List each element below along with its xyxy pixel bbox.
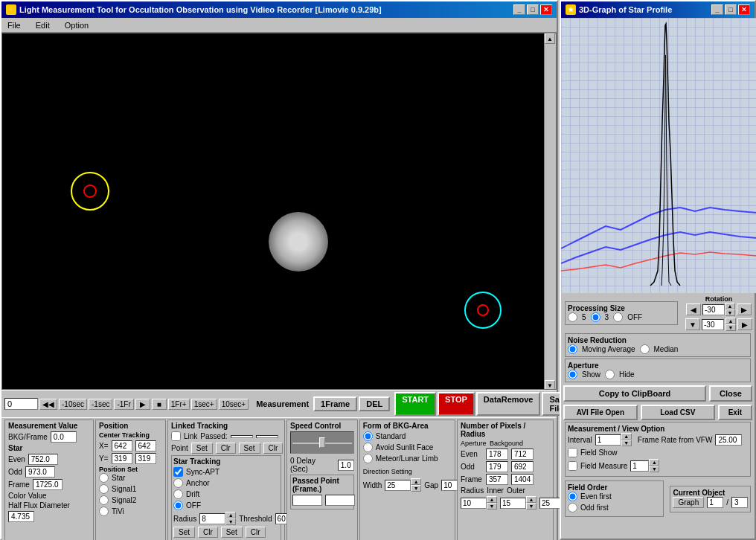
inner-down[interactable]: ▼ [526,503,536,510]
speed-slider-area[interactable] [290,431,354,454]
radio-signal2[interactable] [99,495,109,505]
nav-next-1sec[interactable]: 1sec+ [191,399,217,410]
rotation-input2[interactable]: -30 [702,319,724,330]
scrollbar-vertical[interactable]: ▲ ▼ [544,33,556,390]
interval-down-btn[interactable]: ▼ [621,440,632,446]
passed-frame1[interactable] [292,495,322,506]
width-input[interactable]: 25 [385,480,411,491]
tracking-clr2-btn[interactable]: Clr [246,527,266,538]
menu-file[interactable]: File [4,20,24,30]
bkg-meteor-radio[interactable] [363,454,373,463]
current-obj-input1[interactable]: 1 [707,497,723,508]
rot2-up-btn[interactable]: ▲ [725,318,736,324]
nav-play[interactable]: ▶ [135,399,150,410]
load-csv-btn[interactable]: Load CSV [641,405,715,420]
graph-minimize-btn[interactable]: _ [711,4,723,15]
menu-option[interactable]: Option [62,20,92,30]
rot-left-btn[interactable]: ◀ [686,303,701,315]
copy-clipboard-btn[interactable]: Copy to ClipBoard [563,385,706,402]
width-down-btn[interactable]: ▼ [411,485,421,492]
sync-apt-checkbox[interactable] [173,467,183,477]
point-clr2-btn[interactable]: Clr [263,443,284,454]
minimize-button[interactable]: _ [513,4,525,15]
scroll-up-btn[interactable]: ▲ [545,33,555,44]
point-set2-btn[interactable]: Set [239,443,260,454]
even-first-radio[interactable] [568,492,577,501]
median-radio[interactable] [640,344,650,354]
rotation-down-btn[interactable]: ▼ [725,309,735,316]
field-measure-input[interactable] [630,460,649,472]
close-button[interactable]: ✕ [540,4,552,15]
radio-signal1[interactable] [99,484,109,494]
width-up-btn[interactable]: ▲ [411,478,421,485]
rot2-down-btn[interactable]: ▼ [725,324,736,331]
field-measure-down[interactable]: ▼ [649,466,659,472]
scroll-down-btn[interactable]: ▼ [545,380,555,390]
graph-btn[interactable]: Graph [673,497,704,508]
passed-frame2[interactable] [325,495,355,506]
current-frame-input[interactable]: 0 [4,398,38,410]
nav-prev-10sec[interactable]: -10sec [59,399,87,410]
inner-up[interactable]: ▲ [526,496,536,503]
aperture-show-radio[interactable] [568,370,577,379]
tracking-set-btn[interactable]: Set [173,527,195,538]
point-set1-btn[interactable]: Set [191,443,213,454]
aperture-hide-radio[interactable] [605,370,615,379]
bkg-avoid-label: Avoid Sunlit Face [376,443,434,451]
drift-radio[interactable] [173,489,183,499]
nav-next-10sec[interactable]: 10sec+ [219,399,249,410]
maximize-button[interactable]: □ [527,4,539,15]
field-measure-checkbox[interactable] [568,461,577,471]
nav-prev-1fr[interactable]: -1Fr [114,399,133,410]
field-show-checkbox[interactable] [568,448,577,457]
nav-stop[interactable]: ■ [152,399,167,410]
radio-tivi[interactable] [99,507,109,516]
tracking-clr-btn[interactable]: Clr [198,527,218,538]
off-radio[interactable] [173,501,183,510]
point-clr1-btn[interactable]: Clr [216,443,236,454]
link-checkbox[interactable] [171,431,181,441]
rot-down2-btn[interactable]: ▼ [685,318,700,330]
radius-input[interactable]: 8 [199,513,225,524]
proc-3-radio[interactable] [591,312,600,322]
proc-off-radio[interactable] [613,312,623,322]
radius-px-down[interactable]: ▼ [487,503,497,510]
rotation-up-btn[interactable]: ▲ [725,303,735,309]
radius-down-btn[interactable]: ▼ [225,518,236,525]
del-btn[interactable]: DEL [359,396,390,411]
exit-btn[interactable]: Exit [718,405,752,420]
graph-close-btn[interactable]: ✕ [738,4,750,15]
nav-prev-start[interactable]: ◀◀ [39,399,57,410]
rotation-input[interactable]: -30 [702,304,725,315]
data-remove-btn[interactable]: DataRemove [476,392,541,416]
interval-up-btn[interactable]: ▲ [621,433,632,440]
bkg-standard-radio[interactable] [363,431,373,441]
close-graph-btn[interactable]: Close [709,385,752,402]
avi-file-open-btn[interactable]: AVI File Open [563,405,638,420]
rot-up2-btn[interactable]: ▶ [737,318,752,330]
nav-next-1fr[interactable]: 1Fr+ [168,399,190,410]
bkg-avoid-radio[interactable] [363,443,373,452]
odd-first-radio[interactable] [568,503,577,512]
moving-avg-radio[interactable] [568,344,577,354]
radius-up-btn[interactable]: ▲ [225,512,236,518]
field-measure-up[interactable]: ▲ [649,459,659,466]
measurement-value-group: Measurement Value BKG/Frame 0.0 Star Eve… [4,420,94,540]
linked-tracking-title: Linked Tracking [171,422,281,430]
radio-star[interactable] [99,473,109,483]
interval-input[interactable]: 1 [595,434,621,446]
stop-btn[interactable]: STOP [438,392,475,416]
inner-input[interactable]: 15 [500,498,526,509]
proc-5-radio[interactable] [568,312,577,322]
tracking-set2-btn[interactable]: Set [221,527,243,538]
radius-px-up[interactable]: ▲ [487,496,497,503]
start-btn[interactable]: START [394,392,436,416]
menu-edit[interactable]: Edit [33,20,53,30]
anchor-radio[interactable] [173,478,183,488]
nav-prev-1sec[interactable]: -1sec [89,399,112,410]
one-frame-btn[interactable]: 1Frame [313,396,357,411]
graph-maximize-btn[interactable]: □ [725,4,737,15]
rot-right-btn[interactable]: ▶ [737,303,752,315]
scroll-track [545,44,556,377]
radius-px-input[interactable]: 10 [461,498,487,509]
